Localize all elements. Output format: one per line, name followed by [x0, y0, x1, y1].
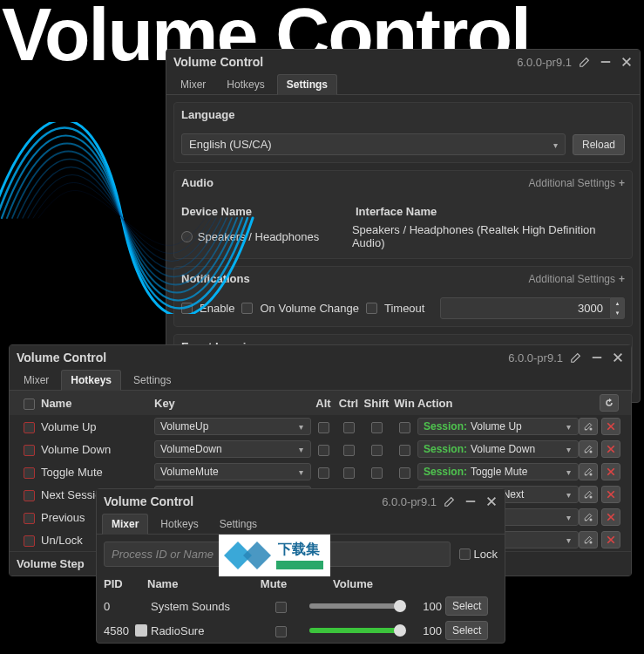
close-icon[interactable] [612, 351, 624, 364]
notifications-additional-link[interactable]: Additional Settings + [529, 273, 625, 285]
shift-checkbox[interactable] [371, 422, 383, 433]
process-name: RadioSure [151, 624, 255, 637]
process-name: System Sounds [151, 600, 255, 613]
delete-row-button[interactable] [601, 508, 620, 526]
delete-row-button[interactable] [601, 418, 620, 435]
action-select[interactable]: Session:Toggle Mute [417, 463, 579, 480]
timeout-down[interactable]: ▼ [611, 309, 624, 319]
col-volume: Volume [295, 577, 410, 590]
row-checkbox[interactable] [24, 467, 35, 479]
tab-hotkeys[interactable]: Hotkeys [152, 514, 207, 534]
tab-settings[interactable]: Settings [125, 371, 180, 390]
tab-hotkeys[interactable]: Hotkeys [61, 370, 121, 391]
hotkey-row: Volume Down VolumeDown Session:Volume Do… [10, 438, 631, 460]
key-select[interactable]: VolumeDown [154, 440, 311, 458]
win-checkbox[interactable] [399, 445, 410, 456]
window-title: Volume Control [173, 55, 517, 69]
minimize-icon[interactable] [464, 495, 477, 508]
minimize-icon[interactable] [600, 56, 612, 68]
edit-icon[interactable] [579, 56, 591, 68]
delete-row-button[interactable] [601, 440, 620, 458]
tab-mixer[interactable]: Mixer [172, 75, 214, 94]
lock-checkbox[interactable] [459, 548, 471, 560]
win-checkbox[interactable] [399, 467, 410, 479]
svg-text:下载集: 下载集 [277, 542, 320, 556]
ctrl-checkbox[interactable] [343, 422, 355, 433]
tab-mixer[interactable]: Mixer [15, 371, 58, 390]
row-checkbox[interactable] [24, 513, 35, 524]
mixer-row: 4580 RadioSure 100 Select [97, 618, 505, 643]
svg-rect-11 [276, 561, 323, 569]
edit-action-button[interactable] [579, 463, 598, 480]
language-select[interactable]: English (US/CA) [181, 133, 566, 155]
minimize-icon[interactable] [591, 351, 603, 364]
action-select[interactable]: Session:Volume Up [417, 418, 579, 435]
pid-cell: 0 [104, 600, 147, 613]
refresh-button[interactable] [600, 394, 619, 412]
select-button[interactable]: Select [445, 596, 488, 616]
col-pid: PID [104, 577, 147, 590]
hotkey-name: Volume Up [41, 420, 154, 433]
svg-point-2 [590, 428, 593, 431]
key-select[interactable]: VolumeUp [154, 418, 311, 435]
mute-checkbox[interactable] [275, 626, 287, 637]
select-all-checkbox[interactable] [24, 399, 35, 410]
close-icon[interactable] [485, 495, 498, 508]
alt-checkbox[interactable] [318, 467, 329, 479]
action-select[interactable]: Session:Volume Down [417, 440, 579, 458]
col-shift: Shift [362, 397, 391, 410]
tab-hotkeys[interactable]: Hotkeys [218, 75, 273, 94]
mute-checkbox[interactable] [275, 602, 287, 613]
delete-row-button[interactable] [601, 463, 620, 480]
notif-timeout-checkbox[interactable] [366, 303, 377, 314]
notif-enable-checkbox[interactable] [181, 303, 193, 314]
language-label: Language [181, 108, 234, 121]
edit-icon[interactable] [570, 351, 582, 364]
row-checkbox[interactable] [24, 422, 35, 433]
select-button[interactable]: Select [445, 621, 488, 640]
hotkey-row: Volume Up VolumeUp Session:Volume Up [10, 415, 631, 438]
row-checkbox[interactable] [24, 490, 35, 501]
volume-value: 100 [407, 624, 442, 637]
timeout-up[interactable]: ▲ [611, 298, 624, 309]
volume-slider[interactable] [309, 603, 400, 609]
audio-additional-link[interactable]: Additional Settings + [529, 177, 625, 189]
edit-action-button[interactable] [579, 531, 598, 548]
volume-slider[interactable] [309, 628, 400, 633]
win-checkbox[interactable] [399, 422, 410, 433]
tab-settings[interactable]: Settings [277, 74, 337, 95]
edit-action-button[interactable] [579, 486, 598, 503]
alt-checkbox[interactable] [318, 422, 329, 433]
volume-step-label: Volume Step [17, 557, 85, 570]
tab-settings[interactable]: Settings [211, 514, 266, 534]
edit-action-button[interactable] [579, 508, 598, 526]
ctrl-checkbox[interactable] [343, 467, 355, 479]
interface-name: Speakers / Headphones (Realtek High Defi… [352, 223, 625, 249]
alt-checkbox[interactable] [318, 445, 329, 456]
watermark-logo: 下载集 [219, 535, 330, 576]
reload-button[interactable]: Reload [573, 134, 625, 155]
edit-action-button[interactable] [579, 440, 598, 458]
shift-checkbox[interactable] [371, 467, 383, 479]
shift-checkbox[interactable] [371, 445, 383, 456]
ctrl-checkbox[interactable] [343, 445, 355, 456]
notifications-label: Notifications [181, 272, 250, 285]
audio-label: Audio [181, 176, 214, 189]
timeout-input[interactable]: 3000 [440, 297, 611, 319]
lock-label: Lock [474, 548, 498, 561]
close-icon[interactable] [620, 56, 633, 68]
row-checkbox[interactable] [24, 535, 35, 547]
device-radio[interactable] [181, 231, 193, 242]
delete-row-button[interactable] [601, 531, 620, 548]
notif-onchange-checkbox[interactable] [241, 303, 253, 314]
row-checkbox[interactable] [24, 445, 35, 456]
edit-action-button[interactable] [579, 418, 598, 435]
edit-icon[interactable] [444, 495, 456, 508]
notif-onchange-label: On Volume Change [260, 302, 358, 315]
col-name: Name [147, 577, 252, 590]
tab-mixer[interactable]: Mixer [102, 514, 148, 535]
col-key: Key [154, 397, 311, 410]
key-select[interactable]: VolumeMute [154, 463, 311, 480]
hotkey-name: Volume Down [41, 443, 154, 456]
delete-row-button[interactable] [601, 486, 620, 503]
